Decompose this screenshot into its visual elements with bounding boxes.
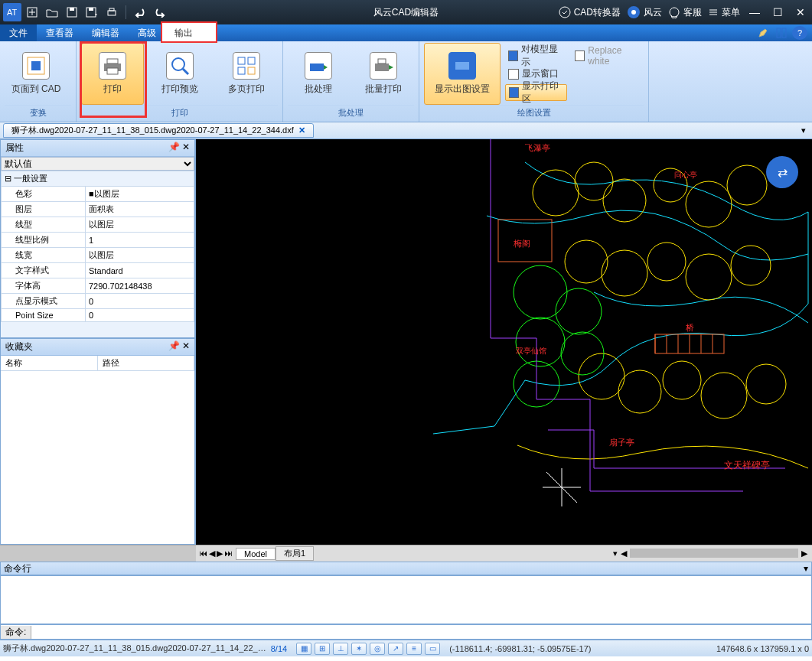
sb-otrack-icon[interactable]: ↗: [388, 643, 403, 655]
menu-file[interactable]: 文件: [0, 24, 37, 41]
svg-rect-9: [109, 8, 114, 11]
redo-icon[interactable]: [151, 3, 169, 21]
prop-val[interactable]: 面积表: [86, 202, 194, 217]
translate-float-button[interactable]: ⇄: [766, 156, 798, 188]
model-display-toggle[interactable]: 对模型显示: [505, 47, 567, 64]
pencil-icon[interactable]: [755, 26, 771, 40]
group-print: 打印: [81, 105, 278, 120]
open-icon[interactable]: [43, 3, 61, 21]
svg-point-46: [579, 353, 624, 399]
props-selector[interactable]: 默认值: [1, 157, 194, 171]
sb-ortho-icon[interactable]: ⊥: [333, 643, 348, 655]
help-icon[interactable]: ?: [792, 26, 807, 40]
sb-grid-icon[interactable]: ⊞: [315, 643, 330, 655]
prop-val[interactable]: Standard: [86, 263, 194, 278]
save-icon[interactable]: [63, 3, 81, 21]
file-tab[interactable]: 狮子林.dwg2020-07-27_11_11_38_015.dwg2020-0…: [3, 123, 314, 138]
close-file-tab-icon[interactable]: ✕: [298, 125, 305, 135]
support-link[interactable]: 客服: [668, 6, 702, 19]
fav-col-path[interactable]: 路径: [98, 356, 195, 370]
pin-icon[interactable]: 📌: [168, 142, 180, 152]
saveas-icon[interactable]: [83, 3, 101, 21]
undo-icon[interactable]: [131, 3, 149, 21]
menu-editor[interactable]: 编辑器: [83, 24, 129, 41]
batch-print-button[interactable]: 批量打印: [354, 43, 415, 105]
multi-page-icon: [233, 52, 260, 80]
prop-val[interactable]: 1: [86, 233, 194, 248]
prop-val[interactable]: 以图层: [86, 217, 194, 233]
menu-viewer[interactable]: 查看器: [37, 24, 83, 41]
prop-val[interactable]: 以图层: [86, 248, 194, 263]
svg-point-40: [727, 165, 767, 205]
app-title: 风云CAD编辑器: [373, 6, 439, 19]
print-button[interactable]: 打印: [81, 43, 144, 105]
fengyun-link[interactable]: 风云: [627, 5, 662, 19]
svg-rect-27: [248, 57, 255, 64]
model-tab[interactable]: Model: [236, 548, 276, 560]
svg-point-45: [731, 246, 771, 285]
svg-text:问心亭: 问心亭: [674, 171, 697, 179]
props-section[interactable]: ⊟ 一般设置: [2, 171, 194, 187]
file-tabs-dropdown-icon[interactable]: ▾: [801, 125, 812, 135]
close-panel-icon[interactable]: ✕: [182, 340, 190, 351]
page-to-cad-button[interactable]: 页面到 CAD: [5, 43, 67, 105]
new-icon[interactable]: [23, 3, 41, 21]
replace-white-toggle[interactable]: Replace white: [572, 47, 644, 64]
prop-val[interactable]: ■以图层: [86, 187, 194, 202]
sb-model-icon[interactable]: ▭: [425, 643, 440, 655]
maximize-button[interactable]: ☐: [769, 4, 786, 21]
batch-button[interactable]: 批处理: [288, 43, 349, 105]
fav-body[interactable]: [1, 371, 194, 545]
cmd-title: 命令行: [4, 562, 31, 575]
scroll-left-icon[interactable]: ◀: [621, 549, 627, 558]
tab-next-icon[interactable]: ▶: [217, 549, 223, 558]
pin-icon[interactable]: 📌: [168, 340, 180, 351]
layout-tab[interactable]: 布局1: [276, 546, 314, 561]
svg-point-52: [556, 288, 602, 334]
vsplit-icon[interactable]: ▾: [613, 549, 618, 558]
status-page: 8/14: [271, 644, 287, 653]
menu-advanced[interactable]: 高级: [129, 24, 165, 41]
sb-osnap-icon[interactable]: ◎: [370, 643, 385, 655]
prop-val[interactable]: 7290.702148438: [86, 278, 194, 294]
minimize-button[interactable]: —: [746, 4, 763, 21]
scroll-right-icon[interactable]: ▶: [801, 549, 807, 558]
prop-val[interactable]: 0: [86, 309, 194, 322]
svg-rect-7: [89, 8, 93, 11]
svg-rect-8: [108, 11, 116, 15]
app-logo-icon[interactable]: AT: [3, 3, 21, 21]
prop-val[interactable]: 0: [86, 294, 194, 309]
close-panel-icon[interactable]: ✕: [182, 142, 190, 152]
svg-rect-23: [107, 68, 118, 74]
fav-col-name[interactable]: 名称: [1, 356, 98, 370]
cmd-history[interactable]: [0, 575, 812, 624]
svg-rect-31: [375, 63, 389, 71]
sb-lwt-icon[interactable]: ≡: [406, 643, 422, 655]
multi-page-print-button[interactable]: 多页打印: [215, 43, 278, 105]
sb-polar-icon[interactable]: ✶: [351, 643, 367, 655]
svg-rect-34: [455, 62, 469, 70]
cad-converter-link[interactable]: CAD转换器: [559, 6, 621, 19]
close-button[interactable]: ✕: [792, 4, 809, 21]
hscrollbar[interactable]: [630, 549, 798, 558]
cmd-input[interactable]: [31, 627, 811, 637]
menu-link[interactable]: 菜单: [708, 6, 740, 19]
show-plot-settings-button[interactable]: 显示出图设置: [424, 43, 501, 105]
print-icon[interactable]: [103, 3, 121, 21]
drawing-canvas[interactable]: 飞瀑亭 梅阁 扇子亭 文天祥碑亭 双亭仙馆 桥 问心亭 ⇄: [196, 139, 812, 545]
window-tile-icon[interactable]: [774, 26, 789, 40]
tab-last-icon[interactable]: ⏭: [224, 549, 233, 558]
svg-text:扇子亭: 扇子亭: [609, 438, 634, 447]
show-print-area-button[interactable]: 显示打印区: [505, 84, 567, 101]
batch-icon: [305, 52, 332, 80]
tab-prev-icon[interactable]: ◀: [209, 549, 215, 558]
cmd-dropdown-icon[interactable]: ▾: [804, 563, 808, 574]
magnifier-icon: [166, 52, 194, 80]
group-convert: 变换: [5, 105, 71, 120]
svg-rect-28: [238, 67, 245, 74]
sb-snap-icon[interactable]: ▦: [296, 643, 311, 655]
cmd-prompt: 命令:: [1, 626, 31, 639]
tab-first-icon[interactable]: ⏮: [199, 549, 207, 558]
menu-output[interactable]: 输出: [165, 24, 202, 41]
print-preview-button[interactable]: 打印预览: [148, 43, 211, 105]
